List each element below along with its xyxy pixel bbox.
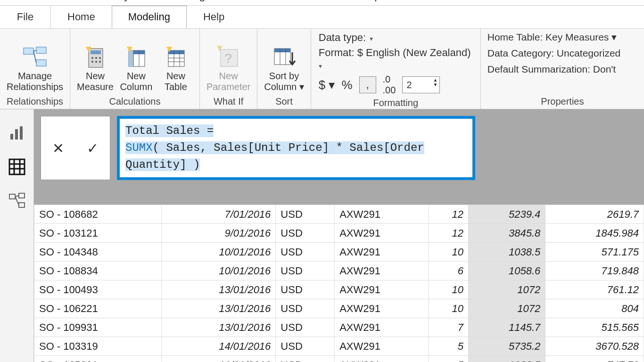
cell-date: 10/01/2016 xyxy=(161,262,276,280)
formula-keyword: SUMX xyxy=(125,141,153,154)
title-bar: May 2018 Learning Summit Demo - Power BI… xyxy=(0,0,644,6)
tab-file[interactable]: File xyxy=(0,6,51,28)
main-panel: ✕ ✓ Total Sales = SUMX( Sales, Sales[Uni… xyxy=(34,109,644,362)
format-dropdown[interactable]: Format: $ English (New Zealand) xyxy=(319,47,473,71)
group-properties: Home Table: Key Measures ▾ Data Category… xyxy=(481,29,644,109)
cell-qty: 10 xyxy=(429,280,468,299)
svg-line-3 xyxy=(33,50,36,51)
new-measure-button[interactable]: New Measure xyxy=(75,43,116,94)
cell-qty: 10 xyxy=(429,243,468,262)
manage-relationships-button[interactable]: Manage Relationships xyxy=(5,43,65,94)
table-row[interactable]: SO - 1031219/01/2016USDAXW291123845.8184… xyxy=(34,224,644,243)
cell-val2: 515.565 xyxy=(545,318,644,337)
table-row[interactable]: SO - 10622113/01/2016USDAXW291101072804 xyxy=(34,299,644,318)
cell-val1: 1145.7 xyxy=(468,318,545,337)
cell-qty: 5 xyxy=(429,356,468,362)
formula-editor[interactable]: Total Sales = SUMX( Sales, Sales[Unit Pr… xyxy=(117,116,475,180)
group-formatting: Data type: Format: $ English (New Zealan… xyxy=(311,29,481,109)
sort-by-column-label: Sort by Column ▾ xyxy=(264,71,304,92)
table-row[interactable]: SO - 10331914/01/2016USDAXW29155735.2367… xyxy=(34,337,644,356)
cell-currency: USD xyxy=(276,337,335,356)
group-label-whatif: What If xyxy=(205,94,252,108)
window-title: May 2018 Learning Summit Demo - Power BI… xyxy=(108,0,381,2)
group-label-formatting: Formatting xyxy=(319,96,473,109)
data-grid[interactable]: SO - 1086827/01/2016USDAXW291125239.4261… xyxy=(34,205,644,362)
cell-currency: USD xyxy=(276,299,335,318)
cell-val2: 719.848 xyxy=(545,262,644,280)
cell-qty: 6 xyxy=(429,262,468,280)
data-category-dropdown[interactable]: Data Category: Uncategorized xyxy=(487,48,637,59)
table-row[interactable]: SO - 1086827/01/2016USDAXW291125239.4261… xyxy=(34,205,644,224)
data-view-icon[interactable] xyxy=(8,157,26,176)
spinner-arrows[interactable]: ▲▼ xyxy=(433,78,438,87)
data-type-dropdown[interactable] xyxy=(370,32,373,44)
svg-rect-6 xyxy=(91,50,101,54)
decimal-places-input[interactable]: 2 ▲▼ xyxy=(402,76,440,93)
cell-code: AXW291 xyxy=(335,224,429,243)
cell-code: AXW291 xyxy=(335,205,429,224)
home-table-dropdown[interactable]: Home Table: Key Measures ▾ xyxy=(487,32,637,43)
currency-button[interactable]: $ ▾ xyxy=(319,78,335,92)
cell-date: 13/01/2016 xyxy=(161,280,276,299)
tab-help[interactable]: Help xyxy=(187,6,241,28)
svg-point-10 xyxy=(91,61,93,63)
cell-val1: 5735.2 xyxy=(468,337,545,356)
cell-so: SO - 103319 xyxy=(34,337,162,356)
cell-qty: 12 xyxy=(429,224,468,243)
new-table-button[interactable]: New Table xyxy=(157,43,195,94)
thousands-separator-button[interactable]: , xyxy=(359,76,376,93)
svg-point-11 xyxy=(95,61,97,63)
cell-val2: 747.72 xyxy=(545,356,644,362)
cell-code: AXW291 xyxy=(335,243,429,262)
cell-code: AXW291 xyxy=(335,262,429,280)
cell-so: SO - 100493 xyxy=(34,280,162,299)
view-rail xyxy=(0,109,34,362)
decimal-icon: .0.00 xyxy=(383,74,396,96)
cell-val2: 804 xyxy=(545,299,644,318)
cancel-formula-button[interactable]: ✕ xyxy=(52,140,64,156)
new-parameter-button[interactable]: ? New Parameter xyxy=(205,43,252,94)
cell-date: 13/01/2016 xyxy=(161,299,276,318)
cell-val1: 1072 xyxy=(468,299,545,318)
cell-so: SO - 108682 xyxy=(34,205,162,224)
cell-val1: 5239.4 xyxy=(468,205,545,224)
svg-line-4 xyxy=(33,51,36,63)
formula-line1: Total Sales = xyxy=(125,124,214,137)
cell-code: AXW291 xyxy=(335,337,429,356)
percent-button[interactable]: % xyxy=(341,78,352,92)
table-row[interactable]: SO - 10993113/01/2016USDAXW29171145.7515… xyxy=(34,318,644,337)
tab-home[interactable]: Home xyxy=(51,6,112,28)
header-spacer xyxy=(34,187,644,205)
cell-val1: 1038.5 xyxy=(468,356,545,362)
cell-date: 7/01/2016 xyxy=(161,205,276,224)
cell-date: 10/01/2016 xyxy=(161,243,276,262)
new-parameter-label: New Parameter xyxy=(206,71,250,92)
data-table: SO - 1086827/01/2016USDAXW291125239.4261… xyxy=(34,205,644,362)
cell-currency: USD xyxy=(276,356,335,362)
svg-point-7 xyxy=(91,57,93,59)
cell-val2: 571.175 xyxy=(545,243,644,262)
tab-modeling[interactable]: Modeling xyxy=(112,6,187,28)
new-column-button[interactable]: New Column xyxy=(117,43,155,94)
cell-so: SO - 105201 xyxy=(34,356,162,362)
table-row[interactable]: SO - 10883410/01/2016USDAXW29161058.6719… xyxy=(34,262,644,280)
relationship-icon xyxy=(23,45,47,69)
cell-val2: 1845.984 xyxy=(545,224,644,243)
group-label-sort: Sort xyxy=(262,94,305,108)
work-area: ✕ ✓ Total Sales = SUMX( Sales, Sales[Uni… xyxy=(0,109,644,362)
svg-rect-2 xyxy=(36,60,46,66)
table-row[interactable]: SO - 10049313/01/2016USDAXW291101072761.… xyxy=(34,280,644,299)
default-summarization-dropdown[interactable]: Default Summarization: Don't xyxy=(487,64,637,75)
model-view-icon[interactable] xyxy=(8,191,26,210)
new-measure-label: New Measure xyxy=(77,71,114,92)
cell-so: SO - 108834 xyxy=(34,262,162,280)
table-row[interactable]: SO - 10520116/01/2016USDAXW29151038.5747… xyxy=(34,356,644,362)
cell-currency: USD xyxy=(276,318,335,337)
svg-text:?: ? xyxy=(224,51,232,66)
sort-by-column-button[interactable]: Sort by Column ▾ xyxy=(262,43,305,94)
commit-formula-button[interactable]: ✓ xyxy=(87,140,99,156)
ribbon-tabs: File Home Modeling Help xyxy=(0,6,644,28)
report-view-icon[interactable] xyxy=(8,123,26,142)
cell-val1: 1038.5 xyxy=(468,243,545,262)
table-row[interactable]: SO - 10434810/01/2016USDAXW291101038.557… xyxy=(34,243,644,262)
